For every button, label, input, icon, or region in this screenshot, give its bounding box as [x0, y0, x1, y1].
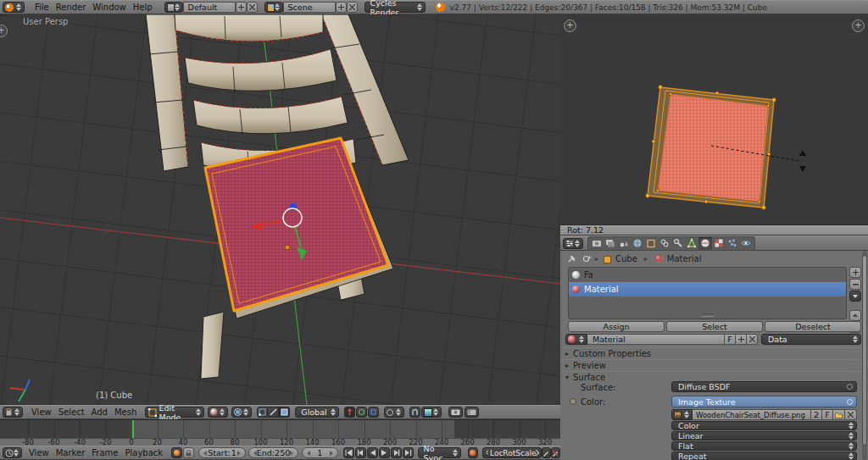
render-engine-select[interactable]: Cycles Render — [364, 2, 426, 13]
jump-to-end-button[interactable] — [403, 447, 414, 458]
material-name-field[interactable]: Material — [587, 334, 725, 345]
scene-name-field[interactable]: Scene — [283, 2, 336, 13]
tab-world[interactable] — [631, 237, 644, 250]
add-layout-button[interactable] — [236, 2, 247, 13]
snap-element-select[interactable] — [421, 407, 442, 418]
increment-icon[interactable] — [330, 451, 333, 456]
extension-select[interactable]: Repeat — [671, 452, 857, 460]
remove-slot-button[interactable] — [849, 279, 861, 290]
pin-icon[interactable] — [567, 254, 576, 263]
interaction-mode-select[interactable]: Edit Mode — [145, 407, 204, 418]
snap-toggle-button[interactable] — [409, 407, 420, 418]
editor-type-button[interactable] — [563, 238, 583, 249]
menu-mesh[interactable]: Mesh — [111, 406, 140, 418]
list-resize-grip[interactable] — [702, 313, 714, 317]
decrement-icon[interactable] — [307, 451, 310, 456]
vertex-select-button[interactable] — [257, 407, 268, 418]
proportional-edit-select[interactable] — [384, 407, 404, 418]
editor-type-button[interactable] — [3, 447, 22, 458]
menu-window[interactable]: Window — [89, 1, 129, 14]
menu-help[interactable]: Help — [130, 1, 156, 14]
screen-layout-name-field[interactable]: Default — [183, 2, 236, 13]
tab-render[interactable] — [590, 237, 604, 250]
slot-specials-button[interactable] — [849, 291, 861, 302]
interpolation-select[interactable]: Linear — [671, 431, 857, 441]
sync-mode-select[interactable]: No Sync — [418, 447, 462, 458]
move-slot-up-button[interactable] — [849, 310, 861, 321]
panel-custom-properties[interactable]: ▸ Custom Properties :::: — [560, 347, 868, 360]
projection-select[interactable]: Flat — [671, 441, 857, 451]
material-browse-button[interactable] — [565, 334, 587, 345]
tab-physics[interactable] — [739, 237, 753, 250]
play-button[interactable] — [379, 447, 390, 458]
viewport-shading-select[interactable] — [208, 407, 228, 418]
menu-marker[interactable]: Marker — [53, 446, 89, 459]
region-expand-button[interactable]: + — [564, 19, 576, 32]
face-select-button[interactable] — [279, 407, 290, 418]
translate-manipulator-button[interactable] — [344, 407, 355, 418]
open-image-button[interactable] — [833, 409, 845, 420]
timeline-tracks[interactable] — [0, 419, 560, 439]
keyingset-lock-button[interactable] — [183, 447, 194, 458]
menu-select[interactable]: Select — [55, 406, 88, 418]
deselect-button[interactable]: Deselect — [765, 321, 861, 332]
add-slot-button[interactable] — [849, 267, 861, 278]
new-material-button[interactable] — [736, 334, 747, 345]
editor-type-button[interactable] — [3, 407, 23, 418]
add-scene-button[interactable] — [336, 2, 347, 13]
close-icon[interactable] — [536, 450, 538, 456]
image-name-field[interactable]: WoodenChairSeat_Diffuse.png — [693, 409, 811, 420]
panel-drag-grip[interactable]: :::: — [849, 350, 861, 357]
transform-orientation-select[interactable]: Global — [295, 407, 339, 418]
image-output-select[interactable]: Color — [671, 421, 857, 430]
opengl-render-image-button[interactable] — [448, 407, 463, 418]
breadcrumb-object[interactable]: Cube — [615, 254, 637, 263]
prev-keyframe-button[interactable] — [355, 447, 366, 458]
region-expand-button[interactable]: + — [852, 19, 865, 32]
tab-object[interactable] — [644, 237, 658, 250]
material-slot-row-selected[interactable]: Material — [569, 282, 846, 297]
jump-to-start-button[interactable] — [343, 447, 354, 458]
menu-frame[interactable]: Frame — [88, 446, 121, 459]
tab-scene[interactable] — [617, 237, 631, 250]
menu-add[interactable]: Add — [88, 406, 111, 418]
tab-material[interactable] — [698, 237, 712, 250]
chair-seat-selected-face[interactable] — [205, 138, 393, 319]
menu-render[interactable]: Render — [53, 1, 90, 14]
menu-view[interactable]: View — [25, 446, 53, 459]
panel-drag-grip[interactable]: :::: — [849, 362, 861, 369]
play-reverse-button[interactable] — [367, 447, 378, 458]
panel-drag-grip[interactable]: :::: — [849, 374, 861, 381]
viewport-3d[interactable]: + User Persp (1) Cube — [0, 14, 561, 405]
unlink-material-button[interactable] — [747, 334, 758, 345]
fake-user-button[interactable]: F — [725, 334, 736, 345]
material-slots-list[interactable]: Fa Material — [568, 267, 847, 319]
select-button[interactable]: Select — [666, 321, 763, 332]
frame-end-field[interactable]: End: 250 — [248, 447, 298, 458]
image-users-button[interactable]: 2 — [811, 409, 822, 420]
image-fake-user-button[interactable]: F — [822, 409, 833, 420]
scale-manipulator-button[interactable] — [368, 407, 379, 418]
browse-context-icon[interactable] — [581, 254, 591, 263]
rotate-manipulator-button[interactable] — [356, 407, 367, 418]
auto-keyframe-button[interactable] — [171, 447, 182, 458]
tab-constraints[interactable] — [658, 237, 671, 250]
panel-preview[interactable]: ▸ Preview :::: — [560, 359, 868, 372]
close-scene-button[interactable] — [347, 2, 358, 13]
editor-type-button[interactable] — [3, 2, 25, 13]
pivot-point-select[interactable] — [231, 407, 252, 418]
decrement-icon[interactable] — [203, 451, 207, 456]
tab-render-layers[interactable] — [604, 237, 617, 250]
screen-layout-browse-button[interactable] — [164, 2, 183, 13]
tab-particles[interactable] — [726, 237, 739, 250]
breadcrumb-data[interactable]: Material — [667, 254, 702, 263]
delete-keyframe-button[interactable] — [551, 447, 560, 458]
close-layout-button[interactable] — [247, 2, 258, 13]
scene-browse-button[interactable] — [264, 2, 283, 13]
image-browse-button[interactable] — [671, 409, 693, 420]
tab-object-data[interactable] — [685, 237, 698, 250]
link-data-select[interactable]: Data — [761, 334, 861, 345]
uv-image-editor[interactable]: + + — [560, 14, 868, 224]
opengl-render-anim-button[interactable] — [465, 407, 479, 418]
record-button[interactable] — [468, 447, 477, 458]
